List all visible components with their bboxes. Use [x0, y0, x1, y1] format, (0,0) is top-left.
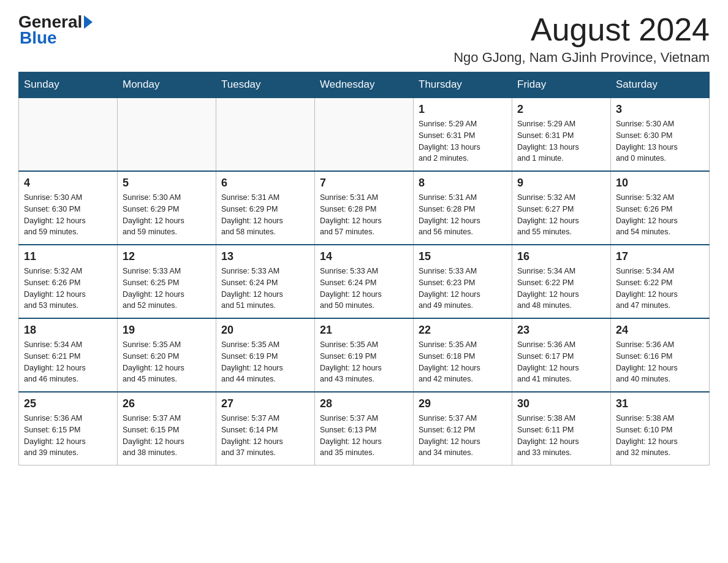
day-number-8: 8: [419, 177, 507, 190]
day-info-22: Sunrise: 5:35 AM Sunset: 6:18 PM Dayligh…: [419, 339, 507, 385]
day-info-30: Sunrise: 5:38 AM Sunset: 6:11 PM Dayligh…: [517, 413, 605, 459]
day-info-23: Sunrise: 5:36 AM Sunset: 6:17 PM Dayligh…: [517, 339, 605, 385]
calendar-cell-1-0: 4Sunrise: 5:30 AM Sunset: 6:30 PM Daylig…: [19, 171, 118, 245]
day-info-29: Sunrise: 5:37 AM Sunset: 6:12 PM Dayligh…: [419, 413, 507, 459]
week-row-3: 11Sunrise: 5:32 AM Sunset: 6:26 PM Dayli…: [19, 245, 710, 318]
day-info-19: Sunrise: 5:35 AM Sunset: 6:20 PM Dayligh…: [123, 339, 211, 385]
day-info-25: Sunrise: 5:36 AM Sunset: 6:15 PM Dayligh…: [24, 413, 112, 459]
day-number-13: 13: [221, 250, 309, 263]
day-info-12: Sunrise: 5:33 AM Sunset: 6:25 PM Dayligh…: [123, 266, 211, 312]
day-info-9: Sunrise: 5:32 AM Sunset: 6:27 PM Dayligh…: [517, 192, 605, 238]
calendar-cell-0-2: [216, 98, 315, 171]
day-info-10: Sunrise: 5:32 AM Sunset: 6:26 PM Dayligh…: [616, 192, 704, 238]
day-number-17: 17: [616, 250, 704, 263]
day-info-18: Sunrise: 5:34 AM Sunset: 6:21 PM Dayligh…: [24, 339, 112, 385]
day-number-16: 16: [517, 250, 605, 263]
day-number-15: 15: [419, 250, 507, 263]
day-info-4: Sunrise: 5:30 AM Sunset: 6:30 PM Dayligh…: [24, 192, 112, 238]
calendar-cell-3-0: 18Sunrise: 5:34 AM Sunset: 6:21 PM Dayli…: [19, 318, 118, 392]
calendar-cell-1-1: 5Sunrise: 5:30 AM Sunset: 6:29 PM Daylig…: [118, 171, 216, 245]
header-saturday: Saturday: [611, 72, 710, 98]
logo-triangle-icon: [84, 15, 93, 29]
day-number-25: 25: [24, 397, 112, 410]
calendar-cell-3-1: 19Sunrise: 5:35 AM Sunset: 6:20 PM Dayli…: [118, 318, 216, 392]
header-friday: Friday: [512, 72, 611, 98]
day-number-7: 7: [320, 177, 408, 190]
day-number-28: 28: [320, 397, 408, 410]
day-number-1: 1: [419, 103, 507, 116]
week-row-4: 18Sunrise: 5:34 AM Sunset: 6:21 PM Dayli…: [19, 318, 710, 392]
day-info-28: Sunrise: 5:37 AM Sunset: 6:13 PM Dayligh…: [320, 413, 408, 459]
header-thursday: Thursday: [414, 72, 512, 98]
calendar-table: SundayMondayTuesdayWednesdayThursdayFrid…: [18, 72, 710, 465]
calendar-cell-2-5: 16Sunrise: 5:34 AM Sunset: 6:22 PM Dayli…: [512, 245, 611, 318]
calendar-cell-2-1: 12Sunrise: 5:33 AM Sunset: 6:25 PM Dayli…: [118, 245, 216, 318]
calendar-cell-4-4: 29Sunrise: 5:37 AM Sunset: 6:12 PM Dayli…: [414, 392, 512, 465]
day-number-21: 21: [320, 324, 408, 337]
calendar-cell-0-3: [315, 98, 414, 171]
page-subtitle: Ngo GJong, Nam GJinh Province, Vietnam: [453, 50, 710, 66]
day-number-12: 12: [123, 250, 211, 263]
day-info-3: Sunrise: 5:30 AM Sunset: 6:30 PM Dayligh…: [616, 118, 704, 164]
calendar-cell-2-3: 14Sunrise: 5:33 AM Sunset: 6:24 PM Dayli…: [315, 245, 414, 318]
logo-blue-text: Blue: [20, 28, 57, 48]
day-number-24: 24: [616, 324, 704, 337]
day-number-4: 4: [24, 177, 112, 190]
day-number-20: 20: [221, 324, 309, 337]
calendar-cell-1-5: 9Sunrise: 5:32 AM Sunset: 6:27 PM Daylig…: [512, 171, 611, 245]
calendar-cell-4-2: 27Sunrise: 5:37 AM Sunset: 6:14 PM Dayli…: [216, 392, 315, 465]
day-info-26: Sunrise: 5:37 AM Sunset: 6:15 PM Dayligh…: [123, 413, 211, 459]
day-number-19: 19: [123, 324, 211, 337]
day-number-27: 27: [221, 397, 309, 410]
header-monday: Monday: [118, 72, 216, 98]
calendar-cell-0-1: [118, 98, 216, 171]
calendar-cell-1-2: 6Sunrise: 5:31 AM Sunset: 6:29 PM Daylig…: [216, 171, 315, 245]
calendar-cell-0-0: [19, 98, 118, 171]
calendar-cell-4-5: 30Sunrise: 5:38 AM Sunset: 6:11 PM Dayli…: [512, 392, 611, 465]
calendar-cell-4-6: 31Sunrise: 5:38 AM Sunset: 6:10 PM Dayli…: [611, 392, 710, 465]
calendar-cell-3-5: 23Sunrise: 5:36 AM Sunset: 6:17 PM Dayli…: [512, 318, 611, 392]
header-tuesday: Tuesday: [216, 72, 315, 98]
day-number-5: 5: [123, 177, 211, 190]
day-number-22: 22: [419, 324, 507, 337]
calendar-header-row: SundayMondayTuesdayWednesdayThursdayFrid…: [19, 72, 710, 98]
day-number-9: 9: [517, 177, 605, 190]
calendar-cell-1-6: 10Sunrise: 5:32 AM Sunset: 6:26 PM Dayli…: [611, 171, 710, 245]
day-info-6: Sunrise: 5:31 AM Sunset: 6:29 PM Dayligh…: [221, 192, 309, 238]
calendar-cell-3-4: 22Sunrise: 5:35 AM Sunset: 6:18 PM Dayli…: [414, 318, 512, 392]
header: General Blue August 2024 Ngo GJong, Nam …: [18, 12, 710, 66]
calendar-cell-1-4: 8Sunrise: 5:31 AM Sunset: 6:28 PM Daylig…: [414, 171, 512, 245]
calendar-cell-4-0: 25Sunrise: 5:36 AM Sunset: 6:15 PM Dayli…: [19, 392, 118, 465]
day-info-17: Sunrise: 5:34 AM Sunset: 6:22 PM Dayligh…: [616, 266, 704, 312]
day-number-11: 11: [24, 250, 112, 263]
title-area: August 2024 Ngo GJong, Nam GJinh Provinc…: [453, 12, 710, 66]
calendar-cell-2-6: 17Sunrise: 5:34 AM Sunset: 6:22 PM Dayli…: [611, 245, 710, 318]
day-info-11: Sunrise: 5:32 AM Sunset: 6:26 PM Dayligh…: [24, 266, 112, 312]
day-number-29: 29: [419, 397, 507, 410]
week-row-5: 25Sunrise: 5:36 AM Sunset: 6:15 PM Dayli…: [19, 392, 710, 465]
day-number-2: 2: [517, 103, 605, 116]
day-number-26: 26: [123, 397, 211, 410]
day-info-2: Sunrise: 5:29 AM Sunset: 6:31 PM Dayligh…: [517, 118, 605, 164]
day-number-14: 14: [320, 250, 408, 263]
calendar-cell-3-6: 24Sunrise: 5:36 AM Sunset: 6:16 PM Dayli…: [611, 318, 710, 392]
day-info-8: Sunrise: 5:31 AM Sunset: 6:28 PM Dayligh…: [419, 192, 507, 238]
day-number-23: 23: [517, 324, 605, 337]
day-info-27: Sunrise: 5:37 AM Sunset: 6:14 PM Dayligh…: [221, 413, 309, 459]
calendar-cell-2-2: 13Sunrise: 5:33 AM Sunset: 6:24 PM Dayli…: [216, 245, 315, 318]
day-info-20: Sunrise: 5:35 AM Sunset: 6:19 PM Dayligh…: [221, 339, 309, 385]
day-number-31: 31: [616, 397, 704, 410]
calendar-cell-0-5: 2Sunrise: 5:29 AM Sunset: 6:31 PM Daylig…: [512, 98, 611, 171]
day-info-16: Sunrise: 5:34 AM Sunset: 6:22 PM Dayligh…: [517, 266, 605, 312]
calendar-cell-2-0: 11Sunrise: 5:32 AM Sunset: 6:26 PM Dayli…: [19, 245, 118, 318]
calendar-cell-4-1: 26Sunrise: 5:37 AM Sunset: 6:15 PM Dayli…: [118, 392, 216, 465]
day-info-1: Sunrise: 5:29 AM Sunset: 6:31 PM Dayligh…: [419, 118, 507, 164]
day-number-10: 10: [616, 177, 704, 190]
calendar-cell-0-6: 3Sunrise: 5:30 AM Sunset: 6:30 PM Daylig…: [611, 98, 710, 171]
day-number-18: 18: [24, 324, 112, 337]
day-info-13: Sunrise: 5:33 AM Sunset: 6:24 PM Dayligh…: [221, 266, 309, 312]
day-info-14: Sunrise: 5:33 AM Sunset: 6:24 PM Dayligh…: [320, 266, 408, 312]
page-title: August 2024: [453, 12, 710, 47]
calendar-cell-4-3: 28Sunrise: 5:37 AM Sunset: 6:13 PM Dayli…: [315, 392, 414, 465]
calendar-cell-2-4: 15Sunrise: 5:33 AM Sunset: 6:23 PM Dayli…: [414, 245, 512, 318]
